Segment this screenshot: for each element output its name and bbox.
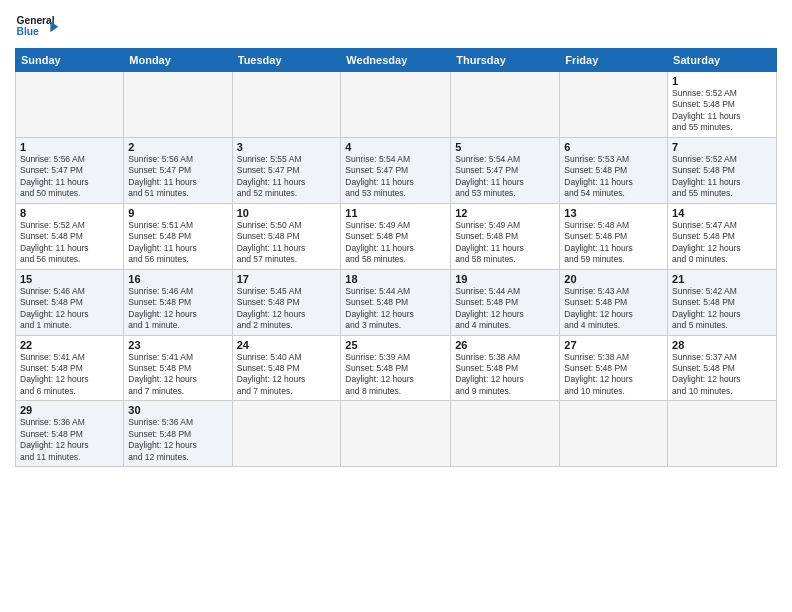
calendar-cell: 30Sunrise: 5:36 AM Sunset: 5:48 PM Dayli… (124, 401, 232, 467)
day-info: Sunrise: 5:53 AM Sunset: 5:48 PM Dayligh… (564, 154, 663, 200)
day-info: Sunrise: 5:56 AM Sunset: 5:47 PM Dayligh… (20, 154, 119, 200)
day-number: 3 (237, 141, 337, 153)
day-info: Sunrise: 5:44 AM Sunset: 5:48 PM Dayligh… (455, 286, 555, 332)
calendar-cell: 14Sunrise: 5:47 AM Sunset: 5:48 PM Dayli… (668, 203, 777, 269)
calendar-cell: 11Sunrise: 5:49 AM Sunset: 5:48 PM Dayli… (341, 203, 451, 269)
day-info: Sunrise: 5:43 AM Sunset: 5:48 PM Dayligh… (564, 286, 663, 332)
day-info: Sunrise: 5:46 AM Sunset: 5:48 PM Dayligh… (128, 286, 227, 332)
calendar-cell: 13Sunrise: 5:48 AM Sunset: 5:48 PM Dayli… (560, 203, 668, 269)
calendar-cell: 15Sunrise: 5:46 AM Sunset: 5:48 PM Dayli… (16, 269, 124, 335)
day-info: Sunrise: 5:38 AM Sunset: 5:48 PM Dayligh… (564, 352, 663, 398)
day-number: 11 (345, 207, 446, 219)
logo-svg: GeneralBlue (15, 10, 70, 42)
calendar-cell (341, 401, 451, 467)
day-number: 28 (672, 339, 772, 351)
day-number: 1 (672, 75, 772, 87)
day-info: Sunrise: 5:36 AM Sunset: 5:48 PM Dayligh… (20, 417, 119, 463)
day-info: Sunrise: 5:52 AM Sunset: 5:48 PM Dayligh… (672, 88, 772, 134)
calendar-cell: 23Sunrise: 5:41 AM Sunset: 5:48 PM Dayli… (124, 335, 232, 401)
day-info: Sunrise: 5:48 AM Sunset: 5:48 PM Dayligh… (564, 220, 663, 266)
calendar-row-1: 1Sunrise: 5:56 AM Sunset: 5:47 PM Daylig… (16, 137, 777, 203)
day-info: Sunrise: 5:51 AM Sunset: 5:48 PM Dayligh… (128, 220, 227, 266)
calendar-cell: 3Sunrise: 5:55 AM Sunset: 5:47 PM Daylig… (232, 137, 341, 203)
calendar-cell: 1Sunrise: 5:52 AM Sunset: 5:48 PM Daylig… (668, 72, 777, 138)
day-number: 2 (128, 141, 227, 153)
calendar-cell: 20Sunrise: 5:43 AM Sunset: 5:48 PM Dayli… (560, 269, 668, 335)
day-info: Sunrise: 5:46 AM Sunset: 5:48 PM Dayligh… (20, 286, 119, 332)
day-info: Sunrise: 5:40 AM Sunset: 5:48 PM Dayligh… (237, 352, 337, 398)
header-row: SundayMondayTuesdayWednesdayThursdayFrid… (16, 49, 777, 72)
day-info: Sunrise: 5:56 AM Sunset: 5:47 PM Dayligh… (128, 154, 227, 200)
svg-text:General: General (17, 15, 55, 26)
calendar-cell: 22Sunrise: 5:41 AM Sunset: 5:48 PM Dayli… (16, 335, 124, 401)
page: GeneralBlue SundayMondayTuesdayWednesday… (0, 0, 792, 612)
col-header-thursday: Thursday (451, 49, 560, 72)
day-info: Sunrise: 5:37 AM Sunset: 5:48 PM Dayligh… (672, 352, 772, 398)
day-number: 19 (455, 273, 555, 285)
day-info: Sunrise: 5:55 AM Sunset: 5:47 PM Dayligh… (237, 154, 337, 200)
calendar-cell: 27Sunrise: 5:38 AM Sunset: 5:48 PM Dayli… (560, 335, 668, 401)
calendar-cell (341, 72, 451, 138)
calendar-table: SundayMondayTuesdayWednesdayThursdayFrid… (15, 48, 777, 467)
day-info: Sunrise: 5:44 AM Sunset: 5:48 PM Dayligh… (345, 286, 446, 332)
day-number: 30 (128, 404, 227, 416)
header: GeneralBlue (15, 10, 777, 42)
calendar-cell: 28Sunrise: 5:37 AM Sunset: 5:48 PM Dayli… (668, 335, 777, 401)
day-info: Sunrise: 5:41 AM Sunset: 5:48 PM Dayligh… (20, 352, 119, 398)
calendar-cell: 6Sunrise: 5:53 AM Sunset: 5:48 PM Daylig… (560, 137, 668, 203)
calendar-cell (451, 72, 560, 138)
day-info: Sunrise: 5:45 AM Sunset: 5:48 PM Dayligh… (237, 286, 337, 332)
day-info: Sunrise: 5:36 AM Sunset: 5:48 PM Dayligh… (128, 417, 227, 463)
calendar-cell (668, 401, 777, 467)
calendar-cell: 8Sunrise: 5:52 AM Sunset: 5:48 PM Daylig… (16, 203, 124, 269)
calendar-cell (16, 72, 124, 138)
calendar-row-3: 15Sunrise: 5:46 AM Sunset: 5:48 PM Dayli… (16, 269, 777, 335)
calendar-cell: 1Sunrise: 5:56 AM Sunset: 5:47 PM Daylig… (16, 137, 124, 203)
day-number: 17 (237, 273, 337, 285)
day-number: 5 (455, 141, 555, 153)
calendar-cell: 7Sunrise: 5:52 AM Sunset: 5:48 PM Daylig… (668, 137, 777, 203)
day-info: Sunrise: 5:47 AM Sunset: 5:48 PM Dayligh… (672, 220, 772, 266)
calendar-cell: 4Sunrise: 5:54 AM Sunset: 5:47 PM Daylig… (341, 137, 451, 203)
calendar-cell: 21Sunrise: 5:42 AM Sunset: 5:48 PM Dayli… (668, 269, 777, 335)
calendar-row-4: 22Sunrise: 5:41 AM Sunset: 5:48 PM Dayli… (16, 335, 777, 401)
calendar-cell (560, 72, 668, 138)
day-number: 13 (564, 207, 663, 219)
day-number: 9 (128, 207, 227, 219)
calendar-cell (124, 72, 232, 138)
day-number: 10 (237, 207, 337, 219)
col-header-friday: Friday (560, 49, 668, 72)
day-info: Sunrise: 5:50 AM Sunset: 5:48 PM Dayligh… (237, 220, 337, 266)
day-number: 15 (20, 273, 119, 285)
day-number: 20 (564, 273, 663, 285)
day-number: 18 (345, 273, 446, 285)
col-header-wednesday: Wednesday (341, 49, 451, 72)
col-header-saturday: Saturday (668, 49, 777, 72)
day-number: 24 (237, 339, 337, 351)
col-header-tuesday: Tuesday (232, 49, 341, 72)
calendar-cell (232, 72, 341, 138)
calendar-cell: 19Sunrise: 5:44 AM Sunset: 5:48 PM Dayli… (451, 269, 560, 335)
day-number: 27 (564, 339, 663, 351)
calendar-cell: 29Sunrise: 5:36 AM Sunset: 5:48 PM Dayli… (16, 401, 124, 467)
calendar-row-5: 29Sunrise: 5:36 AM Sunset: 5:48 PM Dayli… (16, 401, 777, 467)
day-info: Sunrise: 5:54 AM Sunset: 5:47 PM Dayligh… (455, 154, 555, 200)
calendar-cell (451, 401, 560, 467)
day-number: 29 (20, 404, 119, 416)
day-number: 12 (455, 207, 555, 219)
calendar-cell: 25Sunrise: 5:39 AM Sunset: 5:48 PM Dayli… (341, 335, 451, 401)
day-info: Sunrise: 5:38 AM Sunset: 5:48 PM Dayligh… (455, 352, 555, 398)
calendar-cell (232, 401, 341, 467)
day-number: 23 (128, 339, 227, 351)
calendar-cell: 17Sunrise: 5:45 AM Sunset: 5:48 PM Dayli… (232, 269, 341, 335)
calendar-cell: 24Sunrise: 5:40 AM Sunset: 5:48 PM Dayli… (232, 335, 341, 401)
day-number: 8 (20, 207, 119, 219)
calendar-row-2: 8Sunrise: 5:52 AM Sunset: 5:48 PM Daylig… (16, 203, 777, 269)
calendar-cell (560, 401, 668, 467)
col-header-monday: Monday (124, 49, 232, 72)
day-number: 22 (20, 339, 119, 351)
day-info: Sunrise: 5:39 AM Sunset: 5:48 PM Dayligh… (345, 352, 446, 398)
logo: GeneralBlue (15, 10, 70, 42)
day-info: Sunrise: 5:41 AM Sunset: 5:48 PM Dayligh… (128, 352, 227, 398)
calendar-cell: 10Sunrise: 5:50 AM Sunset: 5:48 PM Dayli… (232, 203, 341, 269)
